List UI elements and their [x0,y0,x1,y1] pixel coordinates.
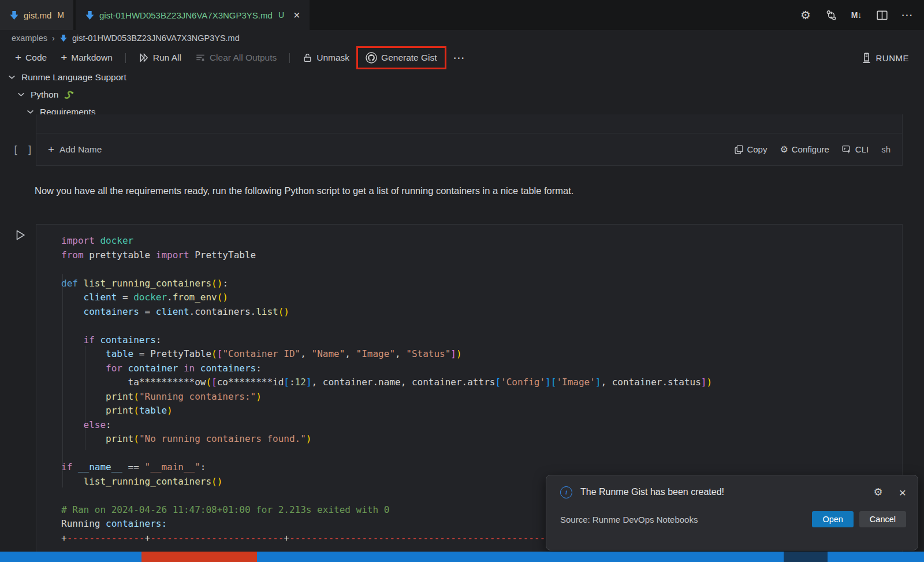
split-editor-icon[interactable] [875,9,888,21]
plus-icon: + [61,51,67,64]
clear-all-label: Clear All Outputs [210,53,277,63]
chevron-down-icon[interactable] [27,109,34,114]
settings-gear-icon[interactable]: ⚙ [799,9,812,21]
code-line: print("Running containers:") [61,390,879,404]
generate-gist-button[interactable]: Generate Gist [359,49,444,67]
close-tab-icon[interactable]: × [293,9,300,21]
code-line: if containers: [61,333,879,348]
notebook-toolbar: + Code + Markdown Run All Clear All Ou [0,46,924,69]
configure-button[interactable]: ⚙ Configure [780,144,829,155]
info-icon: i [560,486,572,498]
outline-item-runme-language-support[interactable]: Runme Language Support [8,69,126,85]
add-code-label: Code [25,53,47,63]
chevron-down-icon[interactable] [17,92,25,97]
notification-close-icon[interactable]: × [899,486,906,498]
cell-execution-gutter: [ ] [13,144,34,156]
cli-terminal-icon [842,145,852,154]
toolbar-more-button[interactable]: ⋯ [449,49,470,67]
run-all-icon [139,53,149,63]
code-line: client = docker.from_env() [61,291,879,305]
runme-markdown-file-icon [85,10,95,20]
kernel-picker[interactable]: RUNME [862,46,910,69]
runme-kernel-icon [862,53,871,64]
breadcrumb-folder[interactable]: examples [12,34,47,43]
progress-segment [0,552,141,562]
code-line: print(table) [61,404,879,418]
ellipsis-icon: ⋯ [453,51,465,65]
code-line: print("No running containers found.") [61,432,879,446]
notification-settings-gear-icon[interactable]: ⚙ [874,486,883,498]
plus-icon: + [48,143,54,156]
copy-icon [735,145,743,154]
cli-label: CLI [855,144,869,154]
sh-cell: + Add Name Copy ⚙ Configure [36,114,903,166]
plus-icon: + [15,51,21,64]
copy-label: Copy [747,144,767,154]
cancel-button[interactable]: Cancel [859,511,906,527]
progress-segment [257,552,784,562]
code-line: from prettytable import PrettyTable [61,248,879,263]
toolbar-divider [289,53,290,63]
code-line: else: [61,418,879,433]
add-name-label: Add Name [59,144,102,155]
tab-bar: gist.md M gist-01HWD053BZ23JN6VA7X3NGP3Y… [0,0,924,30]
code-line: ta**********ow([co********id[:12], conta… [61,375,879,390]
editor-actions: ⚙ M↓ ⋯ [799,0,914,30]
git-modified-badge: M [57,10,64,20]
toast-body: Source: Runme DevOps Notebooks Open Canc… [546,498,918,527]
configure-label: Configure [792,144,829,154]
code-line: import docker [61,234,879,248]
cli-button[interactable]: CLI [842,144,869,154]
code-line: containers = client.containers.list() [61,305,879,319]
outline-label: Runme Language Support [21,72,126,83]
add-markdown-cell-button[interactable]: + Markdown [56,49,117,66]
clear-all-outputs-button[interactable]: Clear All Outputs [191,50,281,65]
add-name-button[interactable]: + Add Name [48,143,102,156]
tab-label: gist.md [24,10,51,20]
toast-header: i The Runme Gist has been created! ⚙ × [546,475,918,498]
git-compare-icon[interactable] [825,9,837,21]
markdown-preview-icon[interactable]: M↓ [850,9,863,21]
copy-button[interactable]: Copy [735,144,767,154]
generate-gist-label: Generate Gist [381,53,437,63]
bottom-progress-bar [0,552,924,562]
kernel-label: RUNME [876,53,910,63]
cell-actions: Copy ⚙ Configure CLI sh [735,144,891,155]
unmask-button[interactable]: Unmask [298,50,354,65]
outline-label: Python [31,90,58,100]
cell-language-label[interactable]: sh [881,144,891,154]
breadcrumb: examples › gist-01HWD053BZ23JN6VA7X3NGP3… [12,30,240,46]
tab-gist-generated-md[interactable]: gist-01HWD053BZ23JN6VA7X3NGP3YS.md U × [76,0,310,30]
code-line: def list_running_containers(): [61,277,879,291]
tab-gist-md[interactable]: gist.md M [0,0,73,30]
runme-markdown-file-icon [59,34,68,42]
snake-emoji-icon [64,91,74,99]
gear-icon: ⚙ [780,144,788,155]
toast-title: The Runme Gist has been created! [580,487,866,497]
chevron-down-icon[interactable] [8,75,16,80]
code-line [61,262,879,277]
run-all-button[interactable]: Run All [134,50,186,65]
code-line: if __name__ == "__main__": [61,460,879,475]
open-button[interactable]: Open [812,511,853,527]
run-all-label: Run All [153,53,181,63]
clear-outputs-icon [195,53,206,63]
code-line: for container in containers: [61,362,879,376]
cell-footer: + Add Name Copy ⚙ Configure [36,133,902,165]
unlock-icon [303,53,312,63]
github-icon [366,52,377,64]
code-line [61,446,879,461]
progress-segment [141,552,257,562]
add-code-cell-button[interactable]: + Code [10,49,51,66]
unmask-label: Unmask [316,53,349,63]
run-cell-button[interactable] [14,229,27,241]
more-actions-icon[interactable]: ⋯ [901,9,914,21]
breadcrumb-separator-icon: › [52,34,55,43]
add-markdown-label: Markdown [71,53,113,63]
progress-segment [828,552,924,562]
progress-segment [784,552,828,562]
outline-item-python[interactable]: Python [17,86,74,103]
breadcrumb-file[interactable]: gist-01HWD053BZ23JN6VA7X3NGP3YS.md [72,34,240,43]
code-line [61,319,879,333]
markdown-paragraph: Now you have all the requirements ready,… [35,185,878,196]
